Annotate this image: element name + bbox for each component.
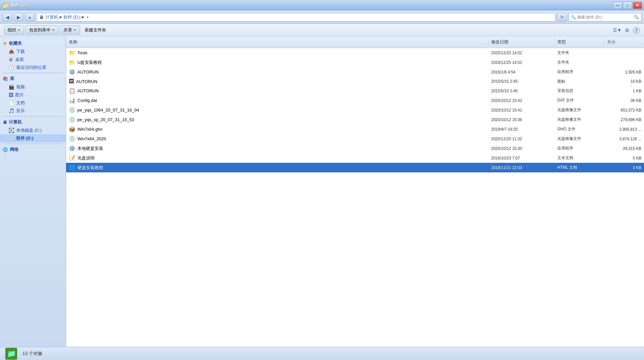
breadcrumb-icon: 🖥: [39, 15, 44, 20]
file-type-cell: 安装信息: [555, 87, 604, 95]
file-date-cell: 2020/10/12 15:42: [489, 96, 555, 105]
include-library-dropdown-icon: ▼: [52, 28, 55, 32]
file-name: AUTORUN: [77, 69, 99, 74]
file-name: Tools: [77, 50, 87, 55]
file-size-cell: 1,926 KB: [604, 68, 644, 76]
table-row[interactable]: 📋 AUTORUN 2015/5/10 2:45 安装信息 1 KB: [66, 86, 644, 96]
table-row[interactable]: 💿 Win7x64_2020 2020/12/25 11:32 光盘映像文件 3…: [66, 134, 644, 144]
col-date[interactable]: 修改日期: [489, 38, 555, 46]
file-size-cell: 279,696 KB: [604, 115, 644, 124]
preview-pane-button[interactable]: ⊞: [623, 26, 631, 34]
sidebar-item-local-c[interactable]: 💽 本地磁盘 (C:): [0, 126, 66, 134]
view-toggle-button[interactable]: ☰▼: [613, 26, 622, 34]
favorites-header[interactable]: ★ 收藏夹: [0, 39, 66, 48]
breadcrumb-dropdown[interactable]: ▼: [86, 15, 89, 19]
share-dropdown-icon: ▼: [73, 28, 76, 32]
breadcrumb-sep-1: ▶: [60, 15, 62, 19]
sidebar-item-recent[interactable]: 🕐 最近访问的位置: [0, 64, 66, 71]
file-name-cell: 📋 AUTORUN: [66, 87, 489, 95]
table-row[interactable]: ⚙️ AUTORUN 2016/1/8 4:54 应用程序 1,926 KB: [66, 67, 644, 77]
file-name-cell: ⚙️ 本地硬盘安装: [66, 144, 489, 153]
sidebar-desktop-label: 桌面: [15, 57, 24, 63]
breadcrumb-drive[interactable]: 软件 (D:): [64, 14, 80, 20]
include-library-button[interactable]: 包含到库中 ▼: [25, 25, 59, 35]
col-type[interactable]: 类型: [555, 38, 604, 46]
sidebar-item-music[interactable]: 🎵 音乐: [0, 107, 66, 115]
pictures-icon: 🖼: [9, 92, 13, 98]
maximize-button[interactable]: □: [623, 2, 632, 9]
table-row[interactable]: 📦 Win7x64.gho 2019/9/7 19:25 GHO 文件 2,90…: [66, 124, 644, 134]
help-button[interactable]: ?: [633, 26, 640, 34]
forward-button[interactable]: ▶: [14, 13, 23, 22]
sidebar-item-desktop[interactable]: 🖥 桌面: [0, 56, 66, 64]
file-name: pe_yqs_xp_20_07_31_15_53: [77, 117, 134, 122]
computer-header[interactable]: 🖥 计算机: [0, 118, 66, 126]
file-type-cell: 应用程序: [555, 144, 604, 153]
file-icon: 📝: [69, 155, 75, 161]
file-date-cell: 2020/10/12 15:36: [489, 115, 555, 124]
sidebar-item-documents[interactable]: 📄 文档: [0, 99, 66, 107]
file-date-cell: 2016/11/21 22:03: [489, 163, 555, 172]
sidebar-video-label: 视频: [16, 84, 25, 90]
breadcrumb-computer[interactable]: 计算机: [45, 14, 58, 20]
file-name-cell: 🌐 硬盘安装教程: [66, 163, 489, 172]
file-type-cell: GHO 文件: [555, 125, 604, 133]
table-row[interactable]: 🌐 硬盘安装教程 2016/11/21 22:03 HTML 文档 3 KB: [66, 163, 644, 172]
new-folder-button[interactable]: 新建文件夹: [81, 25, 109, 35]
file-name: Win7x64.gho: [77, 127, 103, 132]
file-name: AUTORUN: [76, 79, 97, 84]
minimize-button[interactable]: —: [613, 2, 622, 9]
search-submit-icon[interactable]: 🔍: [634, 15, 639, 20]
back-button[interactable]: ◀: [3, 13, 12, 22]
sidebar-item-download[interactable]: 📥 下载: [0, 48, 66, 56]
table-row[interactable]: 🖼 AUTORUN 2015/5/10 2:45 图标 10 KB: [66, 77, 644, 86]
table-row[interactable]: 💿 pe_yqs_xp_20_07_31_15_53 2020/10/12 15…: [66, 115, 644, 124]
search-input[interactable]: [577, 15, 632, 20]
file-icon: 📁: [69, 50, 75, 56]
table-row[interactable]: ⚙️ 本地硬盘安装 2020/10/12 15:30 应用程序 28,315 K…: [66, 144, 644, 153]
main-layout: ★ 收藏夹 📥 下载 🖥 桌面 🕐 最近访问的位置 📚 库: [0, 36, 644, 347]
file-type-cell: 图标: [555, 77, 604, 85]
network-header[interactable]: 🌐 网络: [0, 145, 66, 154]
toolbar: 组织 ▼ 包含到库中 ▼ 共享 ▼ 新建文件夹 ☰▼ ⊞ ?: [0, 24, 644, 36]
library-header[interactable]: 📚 库: [0, 74, 66, 83]
music-icon: 🎵: [9, 108, 14, 113]
computer-title: 计算机: [9, 119, 22, 125]
file-type-cell: 文本文档: [555, 154, 604, 162]
share-button[interactable]: 共享 ▼: [60, 25, 80, 35]
table-row[interactable]: 💿 pe_yqs_1064_20_07_31_16_04 2020/10/12 …: [66, 105, 644, 115]
file-type-cell: 光盘映像文件: [555, 135, 604, 143]
table-row[interactable]: 📊 Config.dat 2020/10/12 15:42 DAT 文件 36 …: [66, 96, 644, 105]
file-type-cell: 文件夹: [555, 58, 604, 67]
file-icon: 💿: [69, 116, 75, 123]
file-name: Win7x64_2020: [77, 136, 106, 141]
sidebar-item-pictures[interactable]: 🖼 图片: [0, 91, 66, 99]
status-bar: 📁 13 个对象: [0, 347, 644, 360]
close-button[interactable]: ✕: [633, 2, 642, 9]
col-size[interactable]: 大小: [604, 38, 644, 46]
refresh-button[interactable]: ↻: [557, 13, 567, 22]
file-date-cell: 2020/10/12 15:41: [489, 106, 555, 114]
file-size-cell: 36 KB: [604, 96, 644, 105]
file-icon: 💿: [69, 136, 75, 142]
table-row[interactable]: 📁 U盘安装教程 2020/12/25 14:52 文件夹: [66, 58, 644, 67]
breadcrumb: 🖥 计算机 ▶ 软件 (D:) ▶ ▼: [36, 13, 555, 22]
organize-button[interactable]: 组织 ▼: [4, 25, 24, 35]
title-bar-left: 📁 软件 (D:): [2, 2, 28, 9]
software-d-icon: 💿: [9, 136, 14, 141]
sidebar-recent-label: 最近访问的位置: [16, 65, 46, 70]
file-name-cell: 📦 Win7x64.gho: [66, 125, 489, 133]
sidebar-divider-2: [3, 116, 63, 116]
sidebar-item-software-d[interactable]: 💿 软件 (D:): [0, 134, 66, 142]
col-name[interactable]: 名称: [66, 38, 489, 46]
sidebar-pictures-label: 图片: [15, 92, 24, 98]
file-name-cell: 📊 Config.dat: [66, 96, 489, 105]
table-row[interactable]: 📝 光盘说明 2016/10/23 7:07 文本文档 5 KB: [66, 153, 644, 163]
file-icon: 📊: [69, 97, 75, 104]
computer-section: 🖥 计算机 💽 本地磁盘 (C:) 💿 软件 (D:): [0, 118, 66, 142]
sidebar-documents-label: 文档: [16, 100, 25, 106]
sidebar-item-video[interactable]: 🎬 视频: [0, 83, 66, 91]
table-row[interactable]: 📁 Tools 2020/12/25 14:52 文件夹: [66, 48, 644, 58]
file-name-cell: 📝 光盘说明: [66, 154, 489, 162]
up-button[interactable]: ▲: [25, 13, 34, 22]
